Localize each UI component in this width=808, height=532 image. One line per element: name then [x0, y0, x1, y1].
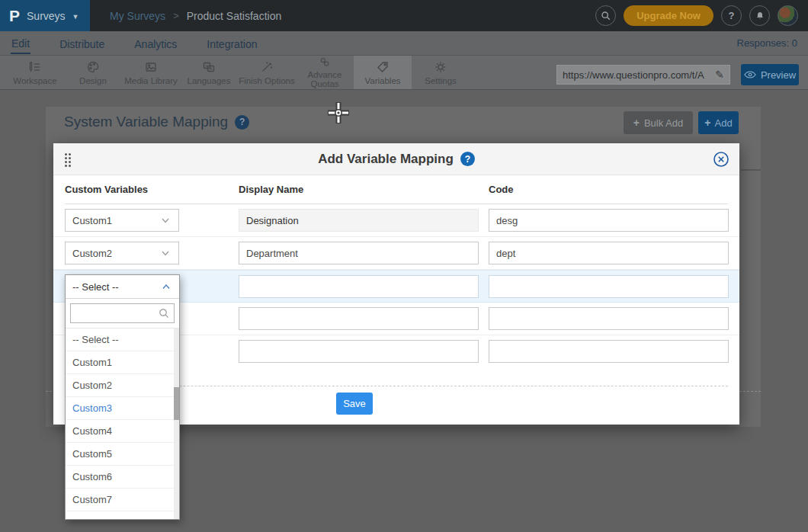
survey-url-field[interactable]: https://www.questionpro.com/t/A ✎	[556, 65, 730, 85]
option-custom5[interactable]: Custom5	[66, 443, 179, 466]
breadcrumb: My Surveys > Product Satisfaction	[110, 10, 281, 22]
toolbar-item-workspace[interactable]: Workspace	[6, 56, 64, 89]
toolbar-item-media-library[interactable]: Media Library	[122, 56, 180, 89]
display-name-input-2[interactable]	[239, 242, 479, 264]
variable-select-2[interactable]: Custom2	[65, 242, 179, 264]
media-library-icon	[143, 59, 159, 75]
column-custom-variables: Custom Variables	[65, 184, 148, 195]
tab-integration[interactable]: Integration	[206, 34, 258, 53]
product-label: Surveys	[27, 10, 66, 22]
variables-icon	[375, 59, 390, 75]
questionpro-logo: P	[9, 8, 20, 24]
help-button[interactable]: ?	[721, 5, 742, 26]
selected-variable: Custom2	[72, 248, 112, 259]
edit-url-icon[interactable]: ✎	[715, 69, 724, 81]
panel-header-rule	[741, 169, 761, 171]
app-window: P Surveys ▼ My Surveys > Product Satisfa…	[0, 0, 808, 532]
toolbar-label: Workspace	[13, 76, 56, 86]
code-input-3[interactable]	[489, 275, 729, 298]
bulk-add-label: Bulk Add	[644, 117, 683, 129]
dropdown-scrollbar-thumb[interactable]	[174, 387, 179, 420]
tab-edit[interactable]: Edit	[11, 33, 30, 54]
column-display-name: Display Name	[239, 184, 303, 195]
eye-icon	[744, 70, 756, 79]
add-label: Add	[715, 117, 733, 129]
settings-icon	[433, 59, 448, 75]
modal-title: Add Variable Mapping	[318, 152, 454, 167]
dropdown-scrollbar-track[interactable]	[174, 328, 179, 519]
modal-header: Add Variable Mapping ?	[53, 143, 739, 175]
toolbar-label: Variables	[364, 76, 400, 86]
display-name-input-4[interactable]	[239, 307, 479, 330]
product-switcher[interactable]: P Surveys ▼	[0, 0, 90, 31]
svg-text:A: A	[210, 66, 213, 71]
breadcrumb-survey-name: Product Satisfaction	[187, 10, 282, 22]
display-name-input-3[interactable]	[239, 275, 479, 298]
question-mark-icon: ?	[729, 10, 735, 21]
toolbar-item-settings[interactable]: Settings	[412, 56, 470, 89]
breadcrumb-my-surveys[interactable]: My Surveys	[110, 10, 165, 22]
finish-options-icon	[259, 59, 274, 75]
option-custom2[interactable]: Custom2	[66, 374, 179, 397]
search-icon	[158, 307, 170, 319]
languages-icon: xA	[201, 59, 216, 75]
dropdown-search-box	[70, 303, 175, 323]
close-button[interactable]	[713, 151, 729, 168]
tab-distribute[interactable]: Distribute	[59, 34, 105, 53]
toolbar-item-design[interactable]: Design	[64, 56, 122, 89]
dropdown-search-input[interactable]	[75, 308, 158, 319]
bulk-add-button[interactable]: + Bulk Add	[624, 111, 693, 134]
option-custom4[interactable]: Custom4	[66, 420, 179, 443]
page-help-icon[interactable]: ?	[235, 115, 249, 130]
search-button[interactable]	[595, 5, 616, 26]
option-partial	[66, 511, 179, 519]
code-input-1[interactable]	[489, 209, 729, 232]
variable-select-3[interactable]: -- Select --	[66, 275, 179, 299]
code-input-2[interactable]	[489, 242, 729, 264]
code-input-5[interactable]	[489, 340, 729, 363]
toolbar-item-languages[interactable]: xA Languages	[180, 56, 238, 89]
mapping-row-1: Custom1	[53, 204, 739, 237]
page-title: System Variable Mapping	[64, 114, 228, 130]
option-custom1[interactable]: Custom1	[66, 351, 179, 374]
responses-count: Responses: 0	[737, 37, 798, 49]
chevron-up-icon	[160, 280, 172, 293]
selected-variable: Custom1	[72, 215, 112, 226]
close-icon	[713, 151, 729, 168]
tab-analytics[interactable]: Analytics	[133, 34, 178, 53]
preview-button[interactable]: Preview	[741, 64, 799, 85]
toolbar-label: Design	[79, 76, 107, 86]
modal-help-icon[interactable]: ?	[460, 152, 475, 166]
toolbar-item-advance-quotas[interactable]: Advance Quotas	[296, 56, 354, 89]
variable-select-1[interactable]: Custom1	[65, 209, 179, 232]
display-name-input-1[interactable]	[239, 209, 479, 232]
variable-dropdown: -- Select -- -- Select -- Custom1 Custom…	[65, 274, 180, 520]
preview-label: Preview	[761, 69, 796, 81]
toolbar-label: Advance Quotas	[296, 70, 354, 89]
option-custom6[interactable]: Custom6	[66, 466, 179, 489]
caret-down-icon: ▼	[72, 13, 79, 21]
option-custom7[interactable]: Custom7	[66, 489, 179, 511]
display-name-input-5[interactable]	[239, 340, 479, 363]
notifications-button[interactable]	[749, 5, 770, 26]
user-avatar[interactable]	[778, 5, 798, 26]
navbar-actions: Upgrade Now ?	[595, 5, 808, 26]
breadcrumb-separator: >	[173, 10, 179, 21]
add-button[interactable]: + Add	[698, 111, 739, 134]
top-navbar: P Surveys ▼ My Surveys > Product Satisfa…	[0, 0, 808, 31]
code-input-4[interactable]	[489, 307, 729, 330]
survey-tabs: Edit Distribute Analytics Integration Re…	[0, 31, 808, 56]
toolbar-label: Settings	[425, 76, 457, 86]
option-custom3[interactable]: Custom3	[66, 397, 179, 420]
toolbar-item-finish-options[interactable]: Finish Options	[238, 56, 296, 89]
dropdown-option-list: -- Select -- Custom1 Custom2 Custom3 Cus…	[66, 328, 179, 519]
drag-handle[interactable]	[65, 153, 71, 167]
toolbar-label: Finish Options	[239, 76, 295, 86]
option-select[interactable]: -- Select --	[66, 328, 179, 351]
upgrade-now-button[interactable]: Upgrade Now	[624, 5, 713, 26]
mapping-row-2: Custom2	[53, 237, 739, 270]
toolbar-item-variables[interactable]: Variables	[354, 56, 412, 89]
toolbar-label: Media Library	[124, 76, 178, 86]
advance-quotas-icon	[317, 56, 332, 69]
save-button[interactable]: Save	[336, 393, 373, 415]
